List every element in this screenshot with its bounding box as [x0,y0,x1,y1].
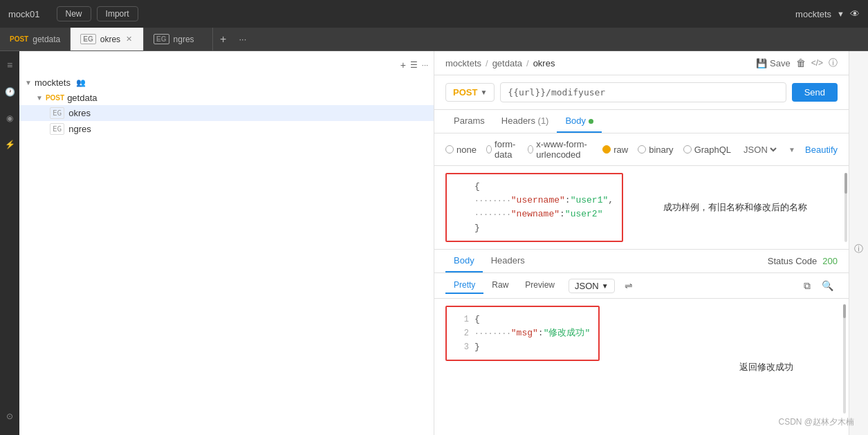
import-button[interactable]: Import [97,6,138,21]
save-icon: 💾 [756,58,767,68]
beautify-button[interactable]: Beautify [805,145,838,155]
resp-search-button[interactable]: 🔍 [818,279,838,293]
radio-label-urlencoded: x-www-form-urlencoded [536,139,593,160]
sidebar-item-getdata[interactable]: ▼ POST getdata [19,91,434,105]
tab-close-icon[interactable]: ✕ [124,33,133,45]
radio-none[interactable]: none [445,145,477,155]
sidebar-filter-button[interactable]: ☰ [410,60,418,70]
tab-add-button[interactable]: + [213,28,233,50]
format-select[interactable]: JSON Text XML [741,144,779,156]
body-active-dot [589,119,593,124]
tabs-row: POST getdata EG okres ✕ EG ngres + ··· [0,28,868,51]
method-label: POST [453,87,477,98]
resp-view-raw[interactable]: Raw [483,277,517,294]
radio-label-form-data: form-data [495,139,518,160]
main-layout: ≡ 🕐 ◉ ⚡ ⊙ + ☰ ··· ▼ mocktets 👥 ▼ POST ge… [0,51,868,435]
sidebar-more-button[interactable]: ··· [422,61,428,69]
resp-format-select[interactable]: JSON ▼ [569,279,615,293]
resp-format-chevron-icon: ▼ [602,282,609,290]
tab-okres[interactable]: EG okres ✕ [71,28,144,50]
content-area: mocktets / getdata / okres 💾 Save 🗑 </> … [434,51,849,435]
resp-copy-button[interactable]: ⧉ [800,279,815,293]
breadcrumb-sep1: / [486,58,488,68]
resp-view-pretty[interactable]: Pretty [445,277,483,294]
collection-header[interactable]: ▼ mocktets 👥 [19,75,434,91]
method-select[interactable]: POST ▼ [445,83,495,102]
req-tab-params[interactable]: Params [445,110,493,133]
environment-icon[interactable]: ⊙ [3,409,16,424]
radio-circle-graphql [683,145,692,154]
watermark: CSDN @赵林夕木楠 [778,416,854,428]
collection-item-mocktets: ▼ mocktets 👥 ▼ POST getdata EG okres EG … [19,73,434,138]
leaf-icon-ngres: EG [50,123,64,135]
resp-code-line-2: 2 ········ "msg" : "修改成功" [455,326,590,340]
breadcrumb-sep2: / [526,58,529,68]
right-panel-icons: ⓘ [849,51,868,435]
code-editor[interactable]: { ········ "username" : "user1" , ······… [434,166,849,249]
history-icon[interactable]: 🕐 [2,84,18,100]
breadcrumb-part-mocktets: mocktets [445,58,481,68]
status-code-value: 200 [822,256,838,266]
top-bar: mock01 New Import mocktets ▼ 👁 [0,0,868,28]
resp-code-line-3: 3 } [455,340,590,354]
tab-ngres[interactable]: EG ngres [144,28,213,50]
workspace-name: mocktets [795,9,831,19]
new-button[interactable]: New [57,6,91,21]
resp-wrap-button[interactable]: ⇌ [620,279,637,293]
resp-view-preview[interactable]: Preview [517,277,563,294]
resp-code-line-1: 1 { [455,313,590,326]
response-area: Body Headers Status Code 200 Pretty Raw … [434,250,849,435]
servers-icon[interactable]: ⚡ [2,137,18,152]
resp-tab-body[interactable]: Body [445,250,483,272]
code-line-4: } [455,221,613,235]
delete-button[interactable]: 🗑 [796,57,806,68]
radio-circle-raw [602,145,611,154]
collection-name: mocktets [35,77,71,88]
code-icon[interactable]: </> [811,58,823,68]
sidebar-plus-button[interactable]: + [400,59,406,71]
radio-urlencoded[interactable]: x-www-form-urlencoded [528,139,593,160]
sidebar-panel: + ☰ ··· ▼ mocktets 👥 ▼ POST getdata EG o… [19,51,434,435]
sidebar-icons: ≡ 🕐 ◉ ⚡ ⊙ [0,51,19,435]
scrollbar-thumb [844,173,847,194]
breadcrumb: mocktets / getdata / okres 💾 Save 🗑 </> … [434,51,849,75]
panel-info-icon[interactable]: ⓘ [854,243,863,255]
breadcrumb-current: okres [533,58,555,68]
radio-binary[interactable]: binary [638,145,673,155]
body-options: none form-data x-www-form-urlencoded raw… [434,133,849,166]
monitors-icon[interactable]: ◉ [3,111,16,126]
resp-actions: ⧉ 🔍 [800,279,838,293]
tab-more-button[interactable]: ··· [233,28,252,50]
resp-code-area[interactable]: 1 { 2 ········ "msg" : "修改成功" 3 } [434,299,849,435]
app-name: mock01 [8,9,40,19]
sub-name-getdata: getdata [67,93,97,103]
tab-icon-ngres: EG [154,34,169,44]
collection-users-icon: 👥 [76,78,86,87]
request-tabs: Params Headers (1) Body [434,110,849,133]
resp-tab-headers[interactable]: Headers [483,250,533,272]
resp-scrollbar[interactable] [843,304,846,414]
collections-icon[interactable]: ≡ [4,57,15,73]
sub-chevron-icon: ▼ [36,94,43,102]
workspace-chevron-icon[interactable]: ▼ [837,10,844,18]
info-icon[interactable]: ⓘ [829,57,838,69]
radio-form-data[interactable]: form-data [486,139,518,160]
req-tab-body[interactable]: Body [557,110,602,133]
radio-graphql[interactable]: GraphQL [683,145,731,155]
save-button[interactable]: 💾 Save [756,58,791,68]
tab-getdata[interactable]: POST getdata [0,28,71,50]
eye-icon[interactable]: 👁 [850,8,860,19]
radio-circle-binary [638,145,646,154]
radio-raw[interactable]: raw [602,145,628,155]
format-chevron-icon: ▼ [788,146,795,154]
send-button[interactable]: Send [792,83,838,102]
req-tab-headers[interactable]: Headers (1) [493,110,557,133]
leaf-icon-okres: EG [50,107,64,119]
sidebar-item-ngres[interactable]: EG ngres [19,121,434,137]
save-label: Save [770,58,791,68]
resp-format-label: JSON [575,281,599,291]
url-input[interactable] [500,82,786,102]
sidebar-item-okres[interactable]: EG okres [19,105,434,121]
scrollbar-v[interactable] [844,173,847,242]
radio-label-binary: binary [649,145,673,155]
